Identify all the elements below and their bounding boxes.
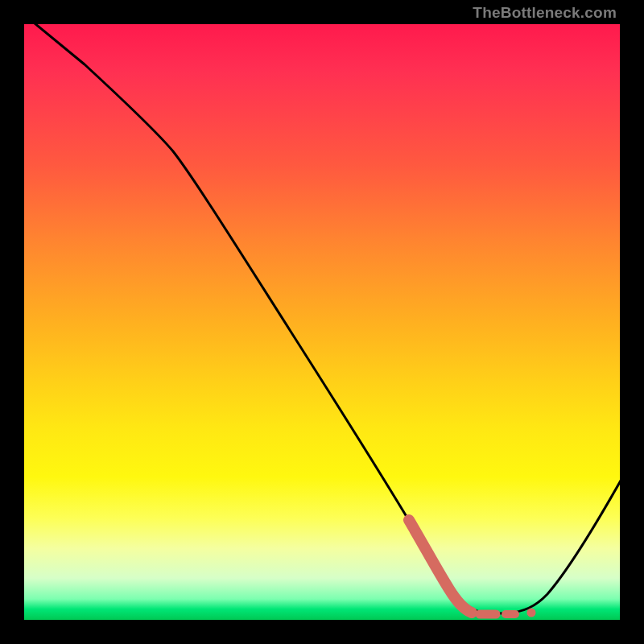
branding-watermark: TheBottleneck.com [473,5,617,20]
emphasis-range-dot [527,609,536,617]
chart-frame: TheBottleneck.com [0,0,644,644]
plot-area [24,24,620,620]
bottleneck-curve-path [24,24,620,613]
emphasis-range-descent [409,520,472,613]
chart-svg [24,24,620,620]
